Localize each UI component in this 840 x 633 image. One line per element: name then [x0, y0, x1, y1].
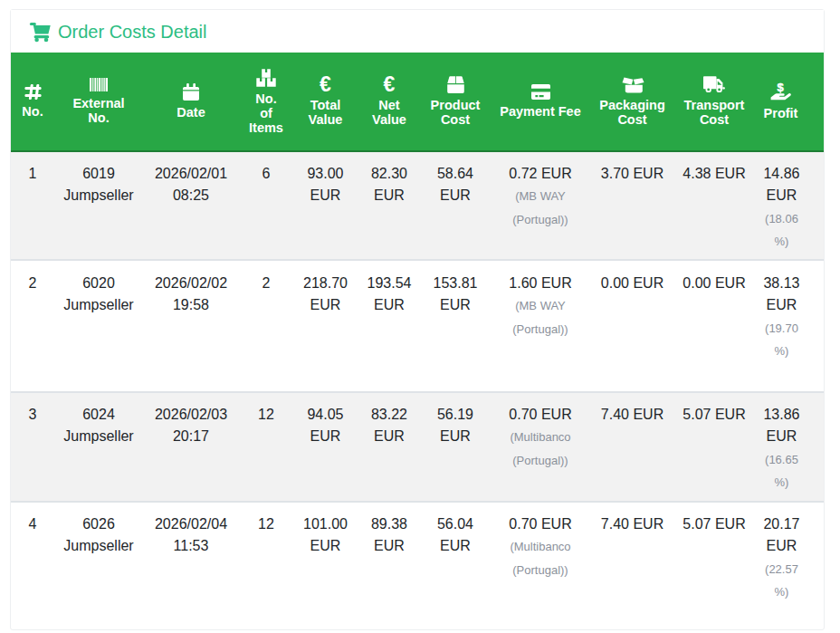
svg-text:$: $: [778, 82, 785, 94]
